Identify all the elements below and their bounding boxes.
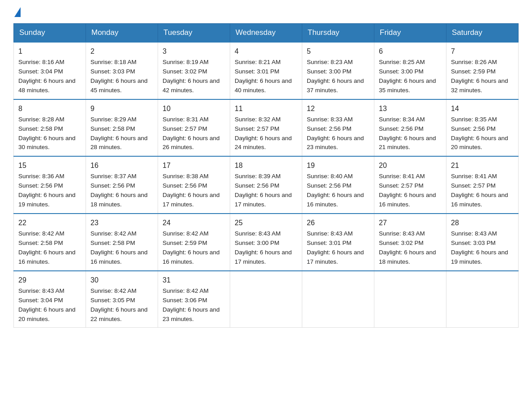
day-number: 18 bbox=[235, 160, 297, 171]
day-info: Sunrise: 8:25 AMSunset: 3:00 PMDaylight:… bbox=[379, 59, 436, 94]
day-number: 12 bbox=[307, 103, 369, 114]
calendar-header-row: SundayMondayTuesdayWednesdayThursdayFrid… bbox=[14, 24, 519, 43]
col-header-friday: Friday bbox=[374, 24, 446, 43]
day-number: 15 bbox=[18, 160, 81, 171]
calendar-cell: 9 Sunrise: 8:29 AMSunset: 2:58 PMDayligh… bbox=[86, 99, 158, 157]
day-number: 20 bbox=[379, 160, 442, 171]
calendar-table: SundayMondayTuesdayWednesdayThursdayFrid… bbox=[13, 23, 519, 328]
day-info: Sunrise: 8:18 AMSunset: 3:03 PMDaylight:… bbox=[90, 59, 148, 94]
col-header-sunday: Sunday bbox=[14, 24, 86, 43]
calendar-cell: 11 Sunrise: 8:32 AMSunset: 2:57 PMDaylig… bbox=[230, 99, 302, 157]
week-row-3: 15 Sunrise: 8:36 AMSunset: 2:56 PMDaylig… bbox=[14, 156, 519, 214]
calendar-cell: 14 Sunrise: 8:35 AMSunset: 2:56 PMDaylig… bbox=[446, 99, 519, 157]
calendar-cell: 16 Sunrise: 8:37 AMSunset: 2:56 PMDaylig… bbox=[86, 156, 158, 214]
day-info: Sunrise: 8:28 AMSunset: 2:58 PMDaylight:… bbox=[18, 116, 76, 151]
day-number: 16 bbox=[90, 160, 153, 171]
col-header-saturday: Saturday bbox=[446, 24, 519, 43]
day-number: 17 bbox=[163, 160, 225, 171]
col-header-thursday: Thursday bbox=[302, 24, 374, 43]
day-number: 19 bbox=[307, 160, 369, 171]
day-info: Sunrise: 8:39 AMSunset: 2:56 PMDaylight:… bbox=[235, 173, 292, 208]
day-info: Sunrise: 8:26 AMSunset: 2:59 PMDaylight:… bbox=[451, 59, 508, 94]
day-info: Sunrise: 8:43 AMSunset: 3:02 PMDaylight:… bbox=[379, 230, 436, 265]
day-info: Sunrise: 8:42 AMSunset: 2:58 PMDaylight:… bbox=[90, 230, 148, 265]
calendar-cell: 24 Sunrise: 8:42 AMSunset: 2:59 PMDaylig… bbox=[158, 214, 230, 271]
day-info: Sunrise: 8:35 AMSunset: 2:56 PMDaylight:… bbox=[451, 116, 508, 151]
page-header bbox=[13, 9, 519, 15]
day-info: Sunrise: 8:34 AMSunset: 2:56 PMDaylight:… bbox=[379, 116, 436, 151]
calendar-cell: 29 Sunrise: 8:43 AMSunset: 3:04 PMDaylig… bbox=[14, 271, 86, 328]
day-number: 22 bbox=[18, 218, 81, 228]
day-number: 28 bbox=[451, 218, 514, 228]
day-number: 11 bbox=[235, 103, 297, 114]
day-info: Sunrise: 8:43 AMSunset: 3:03 PMDaylight:… bbox=[451, 230, 508, 265]
day-info: Sunrise: 8:42 AMSunset: 3:06 PMDaylight:… bbox=[163, 287, 220, 322]
calendar-cell: 31 Sunrise: 8:42 AMSunset: 3:06 PMDaylig… bbox=[158, 271, 230, 328]
calendar-cell: 25 Sunrise: 8:43 AMSunset: 3:00 PMDaylig… bbox=[230, 214, 302, 271]
calendar-cell: 3 Sunrise: 8:19 AMSunset: 3:02 PMDayligh… bbox=[158, 42, 230, 99]
calendar-cell: 1 Sunrise: 8:16 AMSunset: 3:04 PMDayligh… bbox=[14, 42, 86, 99]
calendar-cell: 2 Sunrise: 8:18 AMSunset: 3:03 PMDayligh… bbox=[86, 42, 158, 99]
calendar-cell: 15 Sunrise: 8:36 AMSunset: 2:56 PMDaylig… bbox=[14, 156, 86, 214]
day-number: 5 bbox=[307, 46, 369, 57]
calendar-cell: 28 Sunrise: 8:43 AMSunset: 3:03 PMDaylig… bbox=[446, 214, 519, 271]
calendar-cell: 6 Sunrise: 8:25 AMSunset: 3:00 PMDayligh… bbox=[374, 42, 446, 99]
day-info: Sunrise: 8:31 AMSunset: 2:57 PMDaylight:… bbox=[163, 116, 220, 151]
calendar-cell: 23 Sunrise: 8:42 AMSunset: 2:58 PMDaylig… bbox=[86, 214, 158, 271]
day-number: 21 bbox=[451, 160, 514, 171]
col-header-wednesday: Wednesday bbox=[230, 24, 302, 43]
calendar-cell bbox=[374, 271, 446, 328]
day-number: 29 bbox=[18, 275, 81, 286]
col-header-tuesday: Tuesday bbox=[158, 24, 230, 43]
calendar-cell: 19 Sunrise: 8:40 AMSunset: 2:56 PMDaylig… bbox=[302, 156, 374, 214]
day-info: Sunrise: 8:42 AMSunset: 3:05 PMDaylight:… bbox=[90, 287, 148, 322]
day-number: 2 bbox=[90, 46, 153, 57]
day-info: Sunrise: 8:29 AMSunset: 2:58 PMDaylight:… bbox=[90, 116, 148, 151]
calendar-cell: 17 Sunrise: 8:38 AMSunset: 2:56 PMDaylig… bbox=[158, 156, 230, 214]
day-number: 8 bbox=[18, 103, 81, 114]
week-row-2: 8 Sunrise: 8:28 AMSunset: 2:58 PMDayligh… bbox=[14, 99, 519, 157]
day-info: Sunrise: 8:43 AMSunset: 3:04 PMDaylight:… bbox=[18, 287, 76, 322]
day-number: 31 bbox=[163, 275, 225, 286]
day-info: Sunrise: 8:33 AMSunset: 2:56 PMDaylight:… bbox=[307, 116, 364, 151]
day-number: 27 bbox=[379, 218, 442, 228]
logo bbox=[13, 9, 21, 15]
day-info: Sunrise: 8:38 AMSunset: 2:56 PMDaylight:… bbox=[163, 173, 220, 208]
calendar-cell: 30 Sunrise: 8:42 AMSunset: 3:05 PMDaylig… bbox=[86, 271, 158, 328]
day-number: 3 bbox=[163, 46, 225, 57]
day-number: 9 bbox=[90, 103, 153, 114]
logo-triangle-icon bbox=[14, 7, 21, 17]
calendar-cell: 18 Sunrise: 8:39 AMSunset: 2:56 PMDaylig… bbox=[230, 156, 302, 214]
day-info: Sunrise: 8:32 AMSunset: 2:57 PMDaylight:… bbox=[235, 116, 292, 151]
day-number: 13 bbox=[379, 103, 442, 114]
day-info: Sunrise: 8:41 AMSunset: 2:57 PMDaylight:… bbox=[379, 173, 436, 208]
day-number: 26 bbox=[307, 218, 369, 228]
day-info: Sunrise: 8:36 AMSunset: 2:56 PMDaylight:… bbox=[18, 173, 76, 208]
week-row-1: 1 Sunrise: 8:16 AMSunset: 3:04 PMDayligh… bbox=[14, 42, 519, 99]
calendar-cell: 12 Sunrise: 8:33 AMSunset: 2:56 PMDaylig… bbox=[302, 99, 374, 157]
calendar-cell: 20 Sunrise: 8:41 AMSunset: 2:57 PMDaylig… bbox=[374, 156, 446, 214]
calendar-cell: 5 Sunrise: 8:23 AMSunset: 3:00 PMDayligh… bbox=[302, 42, 374, 99]
day-number: 25 bbox=[235, 218, 297, 228]
day-info: Sunrise: 8:21 AMSunset: 3:01 PMDaylight:… bbox=[235, 59, 292, 94]
day-number: 24 bbox=[163, 218, 225, 228]
day-number: 14 bbox=[451, 103, 514, 114]
calendar-cell bbox=[230, 271, 302, 328]
day-info: Sunrise: 8:43 AMSunset: 3:01 PMDaylight:… bbox=[307, 230, 364, 265]
calendar-cell bbox=[446, 271, 519, 328]
week-row-5: 29 Sunrise: 8:43 AMSunset: 3:04 PMDaylig… bbox=[14, 271, 519, 328]
day-info: Sunrise: 8:19 AMSunset: 3:02 PMDaylight:… bbox=[163, 59, 220, 94]
day-info: Sunrise: 8:37 AMSunset: 2:56 PMDaylight:… bbox=[90, 173, 148, 208]
calendar-cell: 27 Sunrise: 8:43 AMSunset: 3:02 PMDaylig… bbox=[374, 214, 446, 271]
col-header-monday: Monday bbox=[86, 24, 158, 43]
week-row-4: 22 Sunrise: 8:42 AMSunset: 2:58 PMDaylig… bbox=[14, 214, 519, 271]
day-info: Sunrise: 8:42 AMSunset: 2:58 PMDaylight:… bbox=[18, 230, 76, 265]
day-number: 6 bbox=[379, 46, 442, 57]
day-info: Sunrise: 8:43 AMSunset: 3:00 PMDaylight:… bbox=[235, 230, 292, 265]
day-info: Sunrise: 8:41 AMSunset: 2:57 PMDaylight:… bbox=[451, 173, 508, 208]
day-number: 7 bbox=[451, 46, 514, 57]
calendar-cell: 13 Sunrise: 8:34 AMSunset: 2:56 PMDaylig… bbox=[374, 99, 446, 157]
calendar-cell: 7 Sunrise: 8:26 AMSunset: 2:59 PMDayligh… bbox=[446, 42, 519, 99]
day-number: 1 bbox=[18, 46, 81, 57]
calendar-cell bbox=[302, 271, 374, 328]
